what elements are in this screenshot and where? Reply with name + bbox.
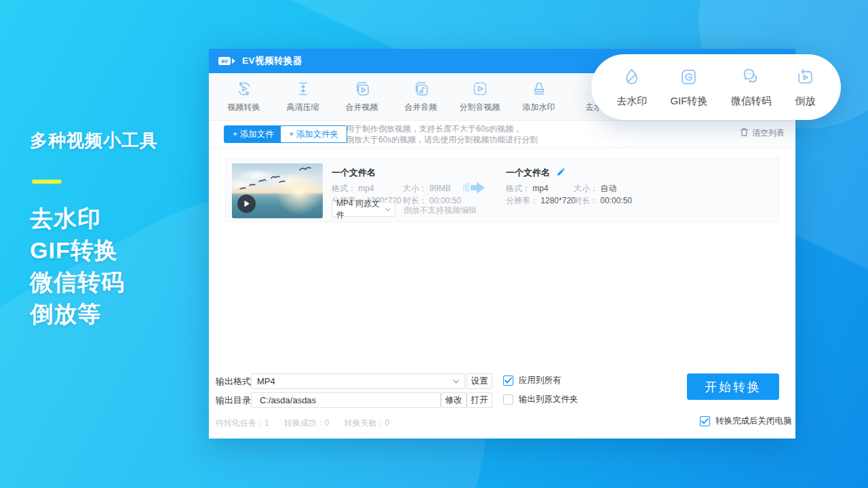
clear-list-button[interactable]: 清空列表 [740,127,785,139]
toolbar-item-label: 合并视频 [346,102,378,113]
wechat-icon [741,66,762,90]
action-row: + 添加文件 + 添加文件夹 用于制作倒放视频，支持长度不大于60s的视频， 倒… [209,121,795,148]
file-list-item: 一个文件名 格式： mp4 大小： 99MB 分辨率： 868*488 时长：… [225,158,779,222]
convert-arrow-icon [463,179,486,199]
toolbar-item-label: 高清压缩 [287,102,319,113]
per-file-format-select[interactable]: MP4 同原文件 [332,202,395,217]
gif-convert-icon [678,66,699,90]
source-format: 格式： mp4 [332,183,374,195]
promo-feature: 去水印 [30,203,158,235]
video-thumbnail [232,163,323,218]
output-format: 格式： mp4 [506,183,549,195]
toolbar-item-hd-compress[interactable]: 高清压缩 [273,73,332,120]
shutdown-after-checkbox[interactable]: 转换完成后关闭电脑 [700,415,792,427]
failed-count: 转换失败：0 [344,418,389,429]
split-av-icon [471,80,489,98]
add-watermark-icon [530,80,548,98]
video-convert-icon [235,80,253,98]
promo-feature: 微信转码 [30,266,158,298]
output-file-name: 一个文件名 [506,167,565,179]
output-size: 大小： 自动 [574,183,616,195]
bubble-item-remove-watermark[interactable]: 去水印 [616,66,647,108]
conversion-stats: 待转化任务：1 转换成功：0 转换失败：0 [216,418,389,429]
edit-name-icon[interactable] [557,168,565,178]
add-file-button[interactable]: + 添加文件 [224,125,283,143]
toolbar-item-video-convert[interactable]: 视频转换 [214,73,273,120]
reverse-edit-note: 倒放不支持视频编辑 [403,205,477,216]
hd-compress-icon [294,80,312,98]
chevron-down-icon [453,380,459,384]
start-convert-button[interactable]: 开始转换 [687,373,779,400]
promo-feature: 倒放等 [30,298,158,330]
merge-audio-icon [412,80,430,98]
window-title: EV视频转换器 [242,55,302,67]
reverse-hint-text: 用于制作倒放视频，支持长度不大于60s的视频， 倒放大于60s的视频，请先使用分… [346,123,538,145]
checkbox-unchecked-icon [503,394,513,405]
source-file-name: 一个文件名 [332,167,376,179]
bubble-item-wechat-transcode[interactable]: 微信转码 [731,66,772,108]
promo-feature: GIF转换 [30,235,158,266]
output-resolution: 分辨率： 868*488 [506,195,576,207]
toolbar-item-add-watermark[interactable]: 添加水印 [509,73,568,120]
source-size: 大小： 99MB [403,183,451,195]
open-button[interactable]: 打开 [467,392,492,408]
apply-all-checkbox[interactable]: 应用到所有 [503,375,561,386]
output-duration: 时长： 00:00:50 [574,195,632,207]
promo-title: 多种视频小工具 [30,129,158,152]
toolbar-item-label: 添加水印 [523,102,555,113]
app-logo-icon: ev [218,57,235,65]
bubble-item-reverse-play[interactable]: 倒放 [795,66,816,108]
success-count: 转换成功：0 [284,418,330,429]
merge-video-icon [353,80,371,98]
reverse-play-icon [795,66,816,90]
toolbar-item-merge-audio[interactable]: 合并音频 [391,73,450,120]
settings-button[interactable]: 设置 [467,373,492,389]
chevron-down-icon [385,208,391,211]
output-format-select[interactable]: MP4 [251,373,465,389]
output-dir-input[interactable] [251,392,441,408]
toolbar-item-merge-video[interactable]: 合并视频 [332,73,391,120]
toolbar-item-label: 分割音视频 [460,102,500,113]
trash-icon [740,127,749,139]
add-folder-button[interactable]: + 添加文件夹 [280,125,347,143]
pending-tasks: 待转化任务：1 [216,418,269,429]
toolbar-item-label: 合并音频 [405,102,437,113]
toolbar-item-label: 视频转换 [228,102,260,113]
remove-watermark-icon [621,66,642,90]
checkbox-checked-icon [503,375,513,386]
output-dir-label: 输出目录 [216,394,251,407]
checkbox-checked-icon [700,416,710,426]
toolbar-item-split-av[interactable]: 分割音视频 [450,73,509,120]
promo-feature-list: 去水印 GIF转换 微信转码 倒放等 [30,203,158,330]
play-button[interactable] [237,195,256,213]
tools-highlight-bubble: 去水印 GIF转换 微信转码 [591,54,841,120]
modify-button[interactable]: 修改 [441,392,467,408]
bubble-item-gif-convert[interactable]: GIF转换 [670,66,707,108]
promo-panel: 多种视频小工具 去水印 GIF转换 微信转码 倒放等 [30,129,158,330]
output-to-source-checkbox[interactable]: 输出到原文件夹 [503,394,578,405]
promo-accent-dash [32,180,62,184]
output-format-label: 输出格式 [216,375,251,388]
